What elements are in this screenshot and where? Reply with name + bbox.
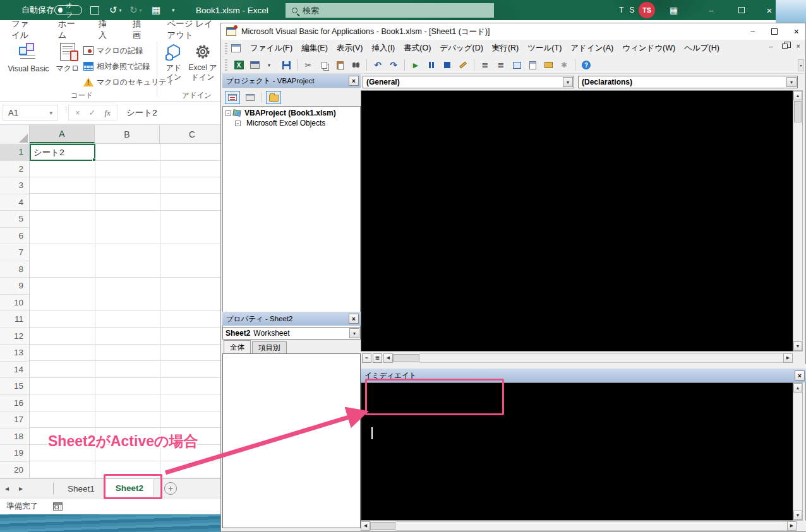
- menu-表示(V)[interactable]: 表示(V): [332, 41, 368, 56]
- visual-basic-button[interactable]: Visual Basic: [5, 43, 52, 73]
- menu-編集(E)[interactable]: 編集(E): [297, 41, 332, 56]
- row-header-1[interactable]: 1: [0, 144, 29, 161]
- immediate-vertical-scrollbar[interactable]: ▲ ▼: [793, 382, 803, 521]
- addins-button[interactable]: アド イン: [162, 43, 186, 82]
- scroll-left-icon[interactable]: ◀: [383, 353, 393, 363]
- row-header-12[interactable]: 12: [0, 328, 29, 345]
- column-header-B[interactable]: B: [95, 125, 160, 143]
- select-all-corner[interactable]: [0, 125, 30, 144]
- redo-icon[interactable]: ↷: [387, 59, 400, 72]
- scroll-track[interactable]: [419, 353, 783, 363]
- pane-splitter[interactable]: [361, 364, 806, 369]
- ribbon-tab-ページ レイアウト[interactable]: ページ レイアウト: [155, 20, 227, 39]
- relative-references-button[interactable]: 相対参照で記録: [83, 60, 150, 73]
- next-sheet-button[interactable]: ▸: [14, 484, 28, 493]
- ribbon-display-options-button[interactable]: ▦: [670, 0, 678, 20]
- maximize-button[interactable]: [728, 0, 755, 20]
- row-header-2[interactable]: 2: [0, 161, 29, 178]
- row-header-13[interactable]: 13: [0, 345, 29, 362]
- excel-addins-button[interactable]: Excel アドイン: [188, 43, 217, 82]
- scroll-down-icon[interactable]: ▼: [793, 511, 802, 520]
- row-header-5[interactable]: 5: [0, 211, 29, 228]
- row-header-6[interactable]: 6: [0, 228, 29, 245]
- save-button[interactable]: [90, 6, 99, 15]
- project-pane-header[interactable]: プロジェクト - VBAProject ×: [222, 74, 361, 88]
- ribbon-tab-ファイル[interactable]: ファイル: [0, 20, 47, 39]
- immediate-close-button[interactable]: ×: [795, 370, 805, 381]
- object-dropdown[interactable]: (General) ▾: [363, 76, 574, 88]
- chevron-down-icon[interactable]: ▾: [349, 328, 359, 338]
- scroll-up-icon[interactable]: ▲: [793, 383, 802, 393]
- properties-object-selector[interactable]: Sheet2 Worksheet ▾: [222, 327, 361, 340]
- vba-close-button[interactable]: ×: [794, 27, 799, 37]
- immediate-window-header[interactable]: イミディエイト ×: [361, 369, 806, 382]
- immediate-window[interactable]: [361, 382, 793, 521]
- toggle-folders-button[interactable]: [266, 91, 281, 104]
- row-header-14[interactable]: 14: [0, 362, 29, 379]
- ribbon-tab-描画[interactable]: 描画: [121, 20, 155, 39]
- chevron-down-icon[interactable]: ▾: [786, 77, 797, 87]
- row-header-9[interactable]: 9: [0, 278, 29, 295]
- tree-item-Microsoft Excel Objects[interactable]: -Microsoft Excel Objects: [223, 118, 360, 128]
- code-vertical-scrollbar[interactable]: ▲ ▼: [793, 90, 803, 352]
- row-header-18[interactable]: 18: [0, 429, 29, 446]
- new-sheet-button[interactable]: +: [164, 482, 177, 495]
- scroll-thumb[interactable]: [794, 101, 802, 122]
- tab-alphabetic[interactable]: 全体: [224, 340, 251, 353]
- scroll-up-icon[interactable]: ▲: [793, 91, 802, 100]
- macros-button[interactable]: マクロ: [54, 43, 81, 74]
- child-close-button[interactable]: ×: [797, 42, 800, 50]
- procedure-view-button[interactable]: =: [362, 353, 371, 363]
- insert-function-icon[interactable]: fx: [105, 108, 111, 118]
- project-close-button[interactable]: ×: [349, 76, 359, 86]
- row-header-17[interactable]: 17: [0, 411, 29, 429]
- menu-grip[interactable]: [225, 43, 227, 54]
- active-cell-a1[interactable]: シート2: [30, 144, 95, 161]
- fill-handle[interactable]: [92, 158, 96, 162]
- help-icon[interactable]: ?: [579, 59, 593, 72]
- scroll-thumb[interactable]: [393, 354, 419, 362]
- tools-icon[interactable]: ✱: [557, 59, 571, 72]
- minimize-button[interactable]: –: [697, 0, 725, 20]
- menu-挿入(I)[interactable]: 挿入(I): [367, 41, 399, 56]
- child-minimize-button[interactable]: –: [769, 42, 773, 50]
- outdent-icon[interactable]: ≣: [494, 59, 508, 72]
- menu-デバッグ(D)[interactable]: デバッグ(D): [435, 41, 488, 56]
- quick-access-display-button[interactable]: ▦: [152, 0, 160, 20]
- toolbar-options-button[interactable]: ▾: [798, 59, 804, 71]
- menu-ヘルプ(H)[interactable]: ヘルプ(H): [680, 41, 724, 56]
- tab-categorized[interactable]: 項目別: [252, 341, 287, 353]
- child-restore-button[interactable]: [782, 44, 788, 49]
- properties-pane-header[interactable]: プロパティ - Sheet2 ×: [222, 312, 361, 326]
- reset-icon[interactable]: [440, 59, 454, 72]
- collapse-icon[interactable]: -: [235, 121, 241, 126]
- vba-maximize-button[interactable]: [771, 28, 778, 35]
- toolbox-icon[interactable]: [541, 59, 555, 72]
- undo-button[interactable]: ↺▾: [109, 0, 122, 20]
- prev-sheet-button[interactable]: ◂: [0, 484, 14, 493]
- menu-アドイン(A)[interactable]: アドイン(A): [566, 41, 618, 56]
- menu-書式(O)[interactable]: 書式(O): [399, 41, 435, 56]
- view-object-button[interactable]: [243, 91, 258, 104]
- scroll-down-icon[interactable]: ▼: [793, 341, 802, 351]
- formula-input[interactable]: シート2: [126, 105, 157, 121]
- sheet-tab-Sheet1[interactable]: Sheet1: [57, 479, 105, 499]
- menu-実行(R)[interactable]: 実行(R): [488, 41, 523, 56]
- row-header-10[interactable]: 10: [0, 295, 29, 312]
- ribbon-tab-挿入[interactable]: 挿入: [87, 20, 121, 39]
- enter-icon[interactable]: ✓: [89, 108, 96, 117]
- object-browser-icon[interactable]: [510, 59, 524, 72]
- immediate-horizontal-scrollbar[interactable]: ◀ ▶: [361, 521, 797, 531]
- excel-view-icon[interactable]: X: [232, 59, 246, 72]
- ribbon-tab-ホーム[interactable]: ホーム: [47, 20, 87, 39]
- row-header-7[interactable]: 7: [0, 244, 29, 261]
- row-header-19[interactable]: 19: [0, 445, 29, 462]
- scroll-track[interactable]: [395, 521, 787, 531]
- chevron-down-icon[interactable]: ▾: [563, 77, 573, 87]
- copy-icon[interactable]: [317, 59, 331, 72]
- sheet-tab-Sheet2[interactable]: Sheet2: [105, 479, 154, 499]
- macro-record-status-icon[interactable]: [53, 502, 63, 511]
- full-module-view-button[interactable]: ≣: [373, 353, 382, 363]
- code-horizontal-scrollbar[interactable]: ◀ ▶: [383, 353, 793, 363]
- close-button[interactable]: ×: [755, 0, 783, 20]
